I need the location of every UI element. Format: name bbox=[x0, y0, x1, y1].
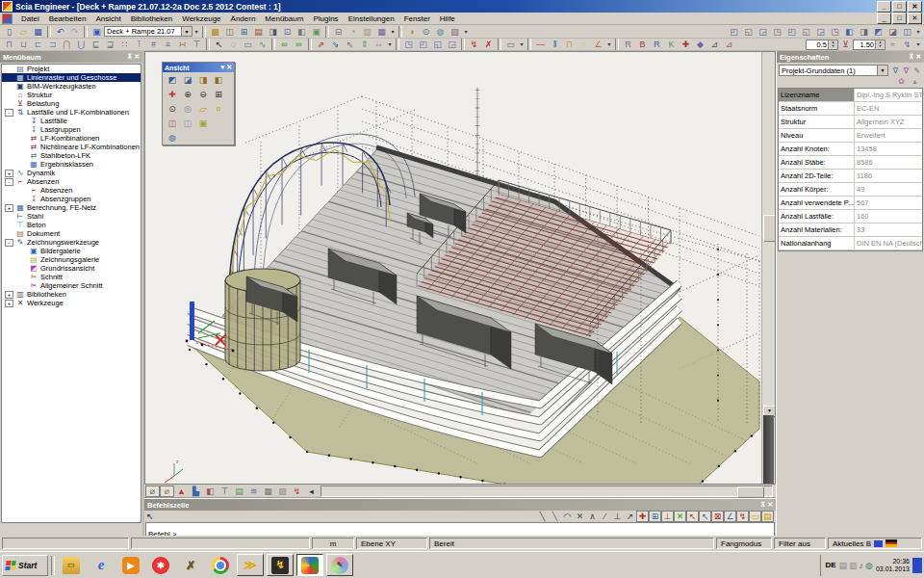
network-icon[interactable]: ◍ bbox=[865, 561, 873, 570]
draw-line-icon[interactable]: — bbox=[533, 39, 548, 50]
snap-grid-icon[interactable]: ⊞ bbox=[649, 511, 661, 522]
view-custom-icon[interactable]: ◫ bbox=[900, 26, 914, 38]
wave-display-icon[interactable]: ≈ bbox=[886, 39, 900, 50]
sidebar-item-linienraster-und-geschosse[interactable]: ▦Linienraster und Geschosse bbox=[2, 73, 141, 82]
menu-werkzeuge[interactable]: Werkzeuge bbox=[177, 13, 225, 24]
volume-icon[interactable]: ♪ bbox=[860, 561, 864, 570]
stretch-icon[interactable]: ⇕ bbox=[357, 39, 372, 50]
web-icon[interactable]: ◍ bbox=[433, 26, 448, 38]
label-r2-icon[interactable]: R bbox=[650, 39, 664, 50]
chevron-down-icon[interactable]: ▾ bbox=[221, 64, 225, 71]
snap-point-icon[interactable]: ✚ bbox=[636, 511, 649, 522]
dropdown-arrow-icon[interactable]: ▾ bbox=[914, 39, 922, 50]
snap-node-icon[interactable]: ⊠ bbox=[711, 511, 724, 522]
start-button[interactable]: Start bbox=[2, 555, 48, 576]
print-icon[interactable]: ⊟ bbox=[331, 26, 346, 38]
cross-link-icon[interactable]: ≡ bbox=[161, 39, 175, 50]
sidebar-item-absenzgruppen[interactable]: ↧Absenzgruppen bbox=[2, 195, 141, 203]
snap-ortho-icon[interactable]: ⊥ bbox=[661, 511, 674, 522]
property-row[interactable]: Anzahl Materialien:33 bbox=[779, 223, 922, 237]
open-icon[interactable]: ▱ bbox=[16, 26, 31, 38]
tree-expand-icon[interactable]: + bbox=[5, 291, 13, 299]
rotate-view-1-icon[interactable]: ◩ bbox=[165, 73, 180, 86]
hinge-icon[interactable]: # bbox=[146, 39, 161, 50]
dropdown-arrow-icon[interactable]: ▾ bbox=[192, 26, 200, 38]
property-row[interactable]: NiveauErweitert bbox=[779, 129, 922, 143]
sidebar-item-beton[interactable]: ⊤Beton bbox=[2, 221, 141, 229]
snap-box-icon[interactable]: ▭ bbox=[749, 511, 761, 522]
preview-icon[interactable]: ⊞ bbox=[237, 26, 251, 38]
taskbar-yellow-arrows-app[interactable]: ≫ bbox=[237, 554, 264, 576]
copy-picture-icon[interactable]: ◨ bbox=[266, 26, 280, 38]
menu-ändern[interactable]: Ändern bbox=[226, 13, 261, 24]
viewport-vscrollbar[interactable]: ▼ bbox=[761, 52, 775, 484]
bolt-display-icon[interactable]: ↯ bbox=[900, 39, 914, 50]
sidebar-item-projekt[interactable]: ▤Projekt bbox=[2, 65, 141, 73]
save-icon[interactable]: ▦ bbox=[31, 26, 45, 38]
sidebar-item-lastgruppen[interactable]: ↧Lastgruppen bbox=[2, 125, 141, 134]
close-icon[interactable]: ✕ bbox=[915, 53, 921, 61]
show-surfaces-icon[interactable]: ▤ bbox=[232, 486, 246, 497]
zoom-all-icon[interactable]: ⊙ bbox=[165, 102, 180, 115]
show-loads-icon[interactable]: ▙ bbox=[189, 486, 203, 497]
column-icon[interactable]: ⊔ bbox=[16, 39, 31, 50]
property-row[interactable]: Anzahl Körper:49 bbox=[779, 183, 922, 197]
tree-expand-icon[interactable]: - bbox=[5, 239, 13, 247]
sidebar-item-dynamik[interactable]: +∿Dynamik bbox=[2, 169, 141, 177]
light-toggle-icon[interactable]: ¤ bbox=[211, 102, 226, 115]
calculate-icon[interactable]: ▣ bbox=[309, 26, 323, 38]
clean-icon[interactable]: ◑ bbox=[404, 26, 419, 38]
snap-perp-icon[interactable]: ⊥ bbox=[611, 511, 624, 522]
language-indicator[interactable]: DE bbox=[825, 561, 835, 569]
zoom-window-icon[interactable]: ⊞ bbox=[211, 88, 226, 100]
select-lasso-icon[interactable]: ◌ bbox=[226, 39, 241, 50]
sidebar-item-lastf-lle[interactable]: ↧Lastfälle bbox=[2, 117, 141, 125]
dropdown-arrow-icon[interactable]: ▾ bbox=[914, 26, 922, 38]
view-right-icon[interactable]: ◳ bbox=[770, 26, 784, 38]
dropdown-arrow-icon[interactable]: ▾ bbox=[462, 26, 470, 38]
select-curve-icon[interactable]: ∿ bbox=[255, 39, 270, 50]
screen-capture-icon[interactable]: ▩ bbox=[208, 26, 222, 38]
shell-icon[interactable]: ⋂ bbox=[60, 39, 74, 50]
mdi-document-icon[interactable] bbox=[2, 13, 13, 24]
project-combo[interactable]: Deck + Rampe 21.07▾ bbox=[104, 26, 192, 37]
rotate-icon[interactable]: ⇖ bbox=[343, 39, 357, 50]
dropdown-arrow-icon[interactable]: ▾ bbox=[518, 39, 526, 50]
subregion-icon[interactable]: ⊒ bbox=[103, 39, 117, 50]
render-mode-icon[interactable]: ▣ bbox=[195, 117, 211, 129]
taskbar-file-explorer[interactable]: ▭ bbox=[58, 554, 85, 576]
search-icon[interactable]: ◔ bbox=[346, 26, 360, 38]
load-panel-icon[interactable]: ∷ bbox=[117, 39, 132, 50]
snap-mid-icon[interactable]: ↖ bbox=[699, 511, 711, 522]
snap-line-icon[interactable]: ╲ bbox=[536, 511, 549, 522]
status-plane[interactable]: Ebene XY bbox=[356, 538, 427, 549]
close-icon[interactable]: ✕ bbox=[134, 53, 140, 61]
sidebar-item-struktur[interactable]: ⌂Struktur bbox=[2, 91, 141, 99]
devices-icon[interactable]: ▥ bbox=[849, 561, 858, 570]
spinner-arrows-icon[interactable]: ▲▼ bbox=[875, 40, 885, 49]
sidebar-item-zeichnungsgalerie[interactable]: ▤Zeichnungsgalerie bbox=[2, 255, 141, 264]
chevron-down-icon[interactable]: ▾ bbox=[181, 27, 192, 36]
sidebar-item-bibliotheken[interactable]: +▥Bibliotheken bbox=[2, 290, 141, 299]
taskbar-paint-app[interactable]: ✎ bbox=[326, 554, 353, 576]
hscroll-thumb[interactable] bbox=[737, 486, 764, 498]
label-k-icon[interactable]: K bbox=[664, 39, 679, 50]
close-button[interactable]: ✕ bbox=[908, 1, 922, 13]
menu-bibliotheken[interactable]: Bibliotheken bbox=[126, 13, 178, 24]
menu-bearbeiten[interactable]: Bearbeiten bbox=[44, 13, 91, 24]
grid-3-icon[interactable]: ◱ bbox=[430, 39, 445, 50]
show-mesh-icon[interactable]: ≋ bbox=[246, 486, 261, 497]
snap-size-spinner[interactable]: 0.5▲▼ bbox=[806, 39, 838, 50]
axis-cross-icon[interactable]: ✚ bbox=[679, 39, 693, 50]
sidebar-item-belastung[interactable]: ⊻Belastung bbox=[2, 99, 141, 108]
show-nodes-icon[interactable]: ⊤ bbox=[218, 486, 232, 497]
tri-1-icon[interactable]: ⊿ bbox=[707, 39, 722, 50]
vscroll-dark-bar[interactable] bbox=[763, 415, 774, 485]
vscroll-thumb[interactable] bbox=[763, 215, 776, 242]
model-viewport[interactable]: z x Ansicht ▾✕ ◩◪◨◧✚⊕⊖⊞⊙◎▱¤◫◫▣◍ ▼ bbox=[144, 51, 776, 485]
image-export-icon[interactable]: ▥ bbox=[360, 26, 374, 38]
select-rect-icon[interactable]: ▭ bbox=[241, 39, 255, 50]
grid-2-icon[interactable]: ◰ bbox=[416, 39, 430, 50]
draw-angle-icon[interactable]: ∠ bbox=[591, 39, 605, 50]
menu-menübaum[interactable]: Menübaum bbox=[260, 13, 308, 24]
